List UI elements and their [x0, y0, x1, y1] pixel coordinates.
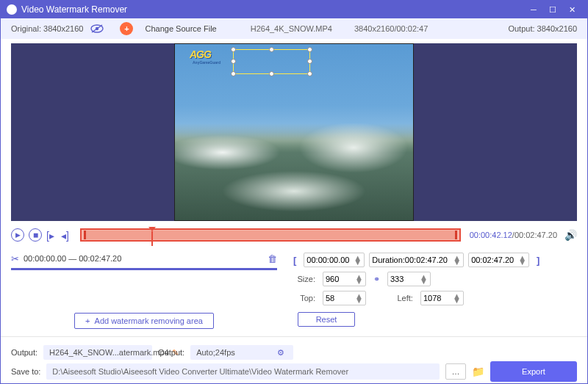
volume-icon[interactable]: 🔊 — [564, 229, 577, 241]
play-button[interactable]: ▶ — [11, 228, 24, 242]
playhead-marker[interactable] — [148, 227, 156, 231]
title-bar: Video Watermark Remover ─ ☐ ✕ — [1, 1, 587, 18]
delete-range-button[interactable]: 🗑 — [268, 253, 277, 264]
save-to-label: Save to: — [11, 367, 40, 376]
video-preview[interactable]: AGG AnyGameGuard — [11, 43, 577, 221]
range-list-item[interactable]: ✂ 00:00:00.00 — 00:02:47.20 🗑 — [11, 250, 277, 267]
change-source-label[interactable]: Change Source File — [145, 24, 216, 33]
top-label: Top: — [290, 294, 315, 303]
watermark-logo-text: AGG — [190, 48, 211, 60]
browse-path-button[interactable]: … — [445, 363, 466, 380]
minimize-button[interactable]: ─ — [524, 5, 543, 14]
size-label: Size: — [290, 275, 315, 283]
close-button[interactable]: ✕ — [562, 5, 581, 15]
output-file-label: Output: — [11, 348, 37, 357]
settings-gear-icon[interactable]: ⚙ — [277, 348, 284, 358]
output-filename[interactable]: H264_4K_SNOW...atermark.mp4✎ — [43, 345, 152, 360]
start-time-input[interactable]: ▲▼ — [304, 253, 365, 267]
left-label: Left: — [388, 294, 413, 303]
scissors-icon: ✂ — [11, 253, 19, 264]
resize-handle-bl[interactable] — [231, 71, 236, 76]
resize-handle-tr[interactable] — [307, 47, 312, 52]
duration-input[interactable]: ▲▼ — [369, 253, 464, 267]
source-filename: H264_4K_SNOW.MP4 — [251, 24, 332, 33]
resize-handle-br[interactable] — [307, 71, 312, 76]
add-source-button[interactable]: + — [120, 22, 133, 35]
save-path: D:\Aiseesoft Studio\Aiseesoft Video Conv… — [46, 363, 440, 380]
resize-handle-lm[interactable] — [231, 59, 236, 64]
timeline-track[interactable] — [80, 228, 461, 242]
resize-handle-rm[interactable] — [307, 59, 312, 64]
bracket-start-icon[interactable]: [ — [290, 255, 299, 266]
export-button[interactable]: Export — [490, 361, 577, 382]
total-time: /00:02:47.20 — [512, 231, 557, 239]
selection-rectangle[interactable] — [233, 49, 310, 74]
add-watermark-area-button[interactable]: + Add watermark removing area — [74, 313, 214, 329]
source-res-duration: 3840x2160/00:02:47 — [354, 24, 428, 33]
aspect-lock-icon[interactable]: ⚭ — [373, 275, 380, 284]
current-time: 00:00:42.12 — [470, 231, 512, 239]
resize-handle-tm[interactable] — [269, 47, 274, 52]
reset-button[interactable]: Reset — [298, 312, 355, 327]
top-input[interactable]: ▲▼ — [323, 291, 366, 305]
width-input[interactable]: ▲▼ — [323, 272, 366, 286]
resize-handle-tl[interactable] — [231, 47, 236, 52]
plus-icon: + — [85, 316, 90, 325]
left-input[interactable]: ▲▼ — [420, 291, 464, 305]
add-area-label: Add watermark removing area — [95, 316, 203, 325]
resize-handle-bm[interactable] — [269, 71, 274, 76]
watermark-logo-sub: AnyGameGuard — [193, 60, 220, 65]
output-settings[interactable]: Auto;24fps⚙ — [190, 345, 293, 360]
stop-button[interactable]: ◼ — [29, 228, 42, 242]
height-input[interactable]: ▲▼ — [387, 272, 431, 286]
original-resolution-label: Original: 3840x2160 — [11, 24, 83, 33]
playback-controls: ▶ ◼ [▸ ◂] 00:00:42.12/00:02:47.20 🔊 — [11, 224, 577, 246]
app-logo-icon — [7, 4, 17, 15]
open-folder-icon[interactable]: 📁 — [472, 366, 484, 377]
range-text: 00:00:00.00 — 00:02:47.20 — [24, 254, 263, 263]
maximize-button[interactable]: ☐ — [543, 5, 562, 15]
range-bar — [11, 268, 277, 270]
output-settings-label: Output: — [158, 348, 184, 357]
end-time-input[interactable]: ▲▼ — [468, 253, 529, 267]
info-bar: Original: 3840x2160 + Change Source File… — [1, 18, 587, 39]
app-title: Video Watermark Remover — [21, 4, 524, 15]
bracket-end-icon[interactable]: ] — [534, 255, 542, 266]
set-end-button[interactable]: ◂] — [61, 230, 71, 240]
set-start-button[interactable]: [▸ — [46, 230, 57, 240]
preview-toggle-icon[interactable] — [90, 24, 104, 33]
output-resolution-label: Output: 3840x2160 — [508, 24, 577, 33]
